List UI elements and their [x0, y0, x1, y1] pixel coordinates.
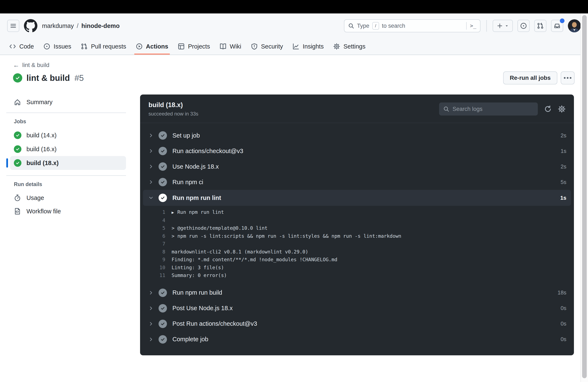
workflow-step-row[interactable]: Run npm ci 5s — [140, 174, 574, 190]
tab-pull-requests[interactable]: Pull requests — [77, 38, 130, 55]
tab-security[interactable]: Security — [247, 38, 287, 55]
play-circle-icon — [136, 43, 143, 50]
breadcrumb-owner[interactable]: markdumay — [42, 22, 74, 29]
inbox-button[interactable] — [551, 20, 563, 32]
step-name: Post Use Node.js 18.x — [172, 305, 233, 312]
job-status-text: succeeded now in 33s — [148, 111, 198, 117]
log-line: 5 ▶> @gethinode/template@0.10.0 lint — [140, 224, 574, 232]
log-line-number[interactable]: 1 — [140, 208, 165, 216]
global-search-input[interactable]: Type / to search >_ — [344, 19, 481, 32]
log-settings-gear-icon[interactable] — [558, 105, 566, 113]
step-name: Run npm run build — [172, 289, 222, 296]
workflow-step-row[interactable]: Post Run actions/checkout@v3 0s — [140, 316, 574, 332]
workflow-step-row[interactable]: Post Use Node.js 18.x 0s — [140, 300, 574, 316]
log-line-text: ▶Summary: 0 error(s) — [171, 272, 227, 279]
search-placeholder-suffix: to search — [382, 23, 463, 29]
tab-insights[interactable]: Insights — [289, 38, 327, 55]
refresh-logs-icon[interactable] — [544, 105, 552, 113]
step-name: Run npm ci — [172, 179, 203, 186]
log-line-number[interactable]: 6 — [140, 232, 165, 240]
step-name: Post Run actions/checkout@v3 — [172, 320, 257, 327]
log-line-number[interactable]: 9 — [140, 256, 165, 264]
success-check-icon — [14, 131, 21, 139]
home-icon — [14, 99, 21, 106]
step-name: Run npm run lint — [172, 194, 221, 201]
tab-wiki[interactable]: Wiki — [216, 38, 245, 55]
log-line: 9 ▶Finding: *.md content/**/*.md !node_m… — [140, 256, 574, 264]
step-log-output: 1 ▶Run npm run lint 4 ▶ 5 ▶> @gethinode/… — [140, 208, 574, 279]
run-content: Summary Jobs build (14.x) build (16.x) b… — [0, 85, 588, 355]
step-check-icon — [159, 131, 167, 140]
run-kebab-menu-button[interactable] — [561, 71, 575, 85]
log-line-number[interactable]: 5 — [140, 224, 165, 232]
step-check-icon — [159, 194, 167, 202]
sidebar-item-label: Summary — [26, 99, 52, 106]
tab-projects[interactable]: Projects — [174, 38, 214, 55]
workflow-step-row[interactable]: Run actions/checkout@v3 1s — [140, 143, 574, 159]
code-icon — [9, 43, 16, 50]
tab-issues[interactable]: Issues — [40, 38, 75, 55]
log-line-number[interactable]: 10 — [140, 264, 165, 272]
command-palette-icon[interactable]: >_ — [466, 22, 476, 30]
log-line-number[interactable]: 11 — [140, 272, 165, 279]
pull-requests-dashboard-button[interactable] — [534, 20, 546, 32]
sidebar-job-build-16x[interactable]: build (16.x) — [10, 142, 126, 156]
step-duration: 2s — [561, 163, 566, 170]
workflow-step-row[interactable]: Complete job 0s — [140, 332, 574, 347]
search-logs-input[interactable]: Search logs — [439, 103, 538, 115]
git-pull-request-icon — [81, 43, 87, 50]
workflow-step-row[interactable]: Set up job 2s — [140, 128, 574, 143]
step-chevron-icon — [148, 321, 154, 326]
log-group-triangle-icon[interactable]: ▶ — [171, 209, 174, 216]
tab-code[interactable]: Code — [5, 38, 38, 55]
workflow-step-row[interactable]: Use Node.js 18.x 2s — [140, 159, 574, 174]
log-panel-header: build (18.x) succeeded now in 33s Search… — [140, 94, 574, 123]
run-title-row: lint & build #5 Re-run all jobs — [13, 71, 575, 85]
scrollbar-thumb[interactable] — [582, 15, 587, 378]
log-panel-controls: Search logs — [439, 103, 566, 115]
github-logo[interactable] — [24, 19, 37, 33]
log-line-number[interactable]: 4 — [140, 216, 165, 225]
tab-settings[interactable]: Settings — [330, 38, 369, 55]
step-check-icon — [159, 304, 167, 313]
tab-label: Insights — [303, 43, 324, 50]
log-text: > @gethinode/template@0.10.0 lint — [171, 225, 268, 231]
job-label: build (16.x) — [26, 146, 57, 153]
issues-dashboard-button[interactable] — [517, 20, 530, 32]
rerun-all-jobs-button[interactable]: Re-run all jobs — [503, 71, 557, 85]
shield-icon — [251, 43, 258, 50]
log-line: 7 ▶ — [140, 240, 574, 248]
search-icon — [348, 23, 354, 29]
workflow-step-row[interactable]: Run npm run lint 1s — [143, 190, 571, 206]
hamburger-menu-button[interactable] — [7, 20, 19, 32]
tab-actions[interactable]: Actions — [132, 38, 172, 55]
repo-tab-bar: Code Issues Pull requests Actions Projec… — [0, 38, 588, 55]
step-duration: 18s — [558, 289, 566, 296]
back-to-workflow-link[interactable]: ← lint & build — [13, 62, 49, 68]
sidebar-item-usage[interactable]: Usage — [6, 191, 126, 205]
global-header: markdumay / hinode-demo Type / to search… — [0, 13, 588, 38]
log-line: 1 ▶Run npm run lint — [140, 208, 574, 216]
tab-label: Pull requests — [91, 43, 126, 50]
sidebar-item-workflow-file[interactable]: Workflow file — [6, 205, 126, 218]
step-check-icon — [159, 147, 167, 155]
create-new-button[interactable] — [493, 20, 513, 32]
sidebar-job-build-18x[interactable]: build (18.x) — [10, 156, 126, 170]
file-code-icon — [14, 208, 21, 215]
log-line-number[interactable]: 7 — [140, 240, 165, 248]
job-label: build (18.x) — [26, 160, 59, 167]
sidebar-item-summary[interactable]: Summary — [6, 95, 126, 109]
jobs-section-heading: Jobs — [6, 118, 126, 125]
step-check-icon — [159, 320, 167, 328]
log-line-text: ▶> @gethinode/template@0.10.0 lint — [171, 224, 268, 232]
stopwatch-icon — [14, 194, 21, 201]
log-text: Finding: *.md content/**/*.md !node_modu… — [171, 257, 337, 262]
sidebar-job-build-14x[interactable]: build (14.x) — [10, 128, 126, 142]
step-check-icon — [159, 289, 167, 297]
log-line-number[interactable]: 8 — [140, 248, 165, 256]
workflow-step-row[interactable]: Run npm run build 18s — [140, 285, 574, 300]
run-actions: Re-run all jobs — [503, 71, 575, 85]
page-scrollbar[interactable] — [580, 13, 588, 382]
avatar[interactable] — [568, 19, 581, 32]
breadcrumb-repo[interactable]: hinode-demo — [82, 22, 120, 29]
